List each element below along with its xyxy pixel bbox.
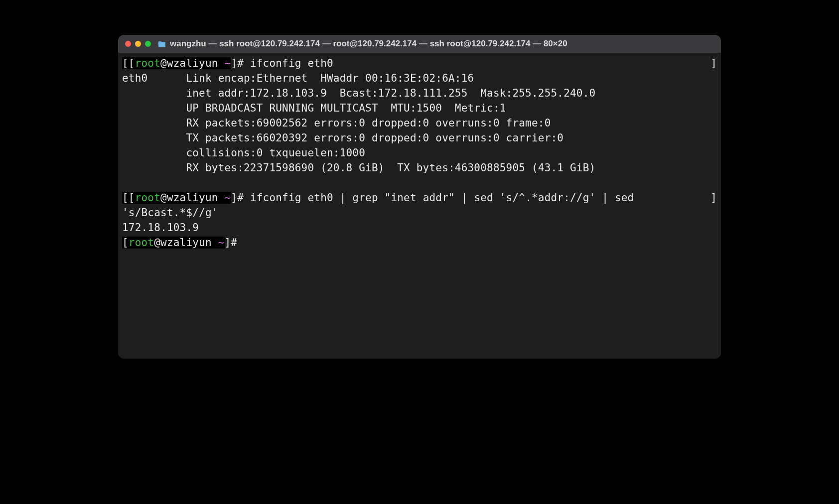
prompt-user: root <box>135 192 160 204</box>
window-title: wangzhu — ssh root@120.79.242.174 — root… <box>170 39 567 49</box>
titlebar[interactable]: wangzhu — ssh root@120.79.242.174 — root… <box>118 35 721 53</box>
terminal-window: wangzhu — ssh root@120.79.242.174 — root… <box>118 35 721 359</box>
output-line: collisions:0 txqueuelen:1000 <box>122 145 717 160</box>
prompt-user: root <box>135 57 160 69</box>
close-icon[interactable] <box>125 41 131 47</box>
prompt-line-1: [[root@wzaliyun ~]# ifconfig eth0] <box>122 56 717 71</box>
wrap-bracket-icon: ] <box>710 190 717 205</box>
prompt-host: wzaliyun <box>160 237 212 249</box>
output-line: RX packets:69002562 errors:0 dropped:0 o… <box>122 116 717 130</box>
prompt-at: @ <box>160 57 167 69</box>
traffic-lights <box>125 41 151 47</box>
folder-icon <box>158 40 166 47</box>
output-line: UP BROADCAST RUNNING MULTICAST MTU:1500 … <box>122 101 717 116</box>
output-line: eth0 Link encap:Ethernet HWaddr 00:16:3E… <box>122 71 717 86</box>
prompt-tilde: ~ <box>225 57 231 69</box>
output-line: TX packets:66020392 errors:0 dropped:0 o… <box>122 130 717 145</box>
output-line: inet addr:172.18.103.9 Bcast:172.18.111.… <box>122 86 717 101</box>
command-1: ifconfig eth0 <box>250 57 333 69</box>
bracket-open: [[ <box>122 57 135 69</box>
prompt-line-2: [[root@wzaliyun ~]# ifconfig eth0 | grep… <box>122 190 717 205</box>
maximize-icon[interactable] <box>145 41 151 47</box>
bracket-close: ]# <box>231 57 244 69</box>
bracket-open: [[ <box>122 192 135 204</box>
prompt-at: @ <box>154 237 160 249</box>
prompt-line-3: [root@wzaliyun ~]# <box>122 235 717 250</box>
prompt-tilde: ~ <box>218 237 225 249</box>
bracket-close: ]# <box>225 237 238 249</box>
prompt-host: wzaliyun <box>167 192 218 204</box>
command-2b: 's/Bcast.*$//g' <box>122 205 717 220</box>
output-line: 172.18.103.9 <box>122 220 717 235</box>
prompt-at: @ <box>160 192 167 204</box>
prompt-user: root <box>129 237 154 249</box>
bracket-close: ]# <box>231 192 244 204</box>
cursor-position[interactable] <box>237 237 244 249</box>
prompt-tilde: ~ <box>225 192 231 204</box>
output-line: RX bytes:22371598690 (20.8 GiB) TX bytes… <box>122 160 717 175</box>
minimize-icon[interactable] <box>135 41 141 47</box>
terminal-body[interactable]: [[root@wzaliyun ~]# ifconfig eth0]eth0 L… <box>118 53 721 359</box>
wrap-bracket-icon: ] <box>710 56 717 71</box>
bracket-open: [ <box>122 237 129 249</box>
command-2a: ifconfig eth0 | grep "inet addr" | sed '… <box>250 192 640 204</box>
prompt-host: wzaliyun <box>167 57 218 69</box>
blank-line <box>122 175 717 190</box>
